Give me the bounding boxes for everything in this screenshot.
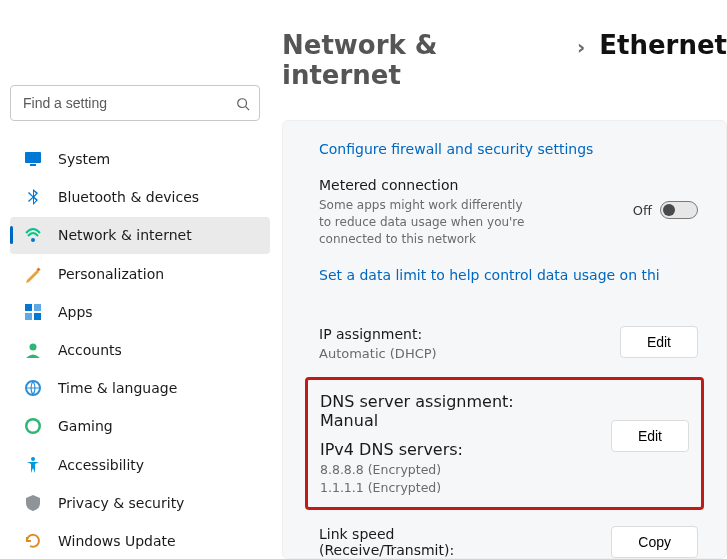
sidebar-item-privacy[interactable]: Privacy & security [10, 485, 270, 521]
sidebar-item-network[interactable]: Network & internet [10, 217, 270, 253]
dns-section: DNS server assignment: Manual IPv4 DNS s… [320, 392, 689, 495]
time-language-icon [24, 379, 42, 397]
svg-point-13 [31, 457, 35, 461]
bluetooth-icon [24, 188, 42, 206]
dns-v4-label: IPv4 DNS servers: [320, 440, 514, 459]
svg-rect-2 [25, 152, 41, 163]
page-title: Ethernet [599, 30, 727, 60]
sidebar-item-label: Personalization [58, 266, 164, 282]
dns-server-1: 8.8.8.8 (Encrypted) [320, 462, 514, 477]
sidebar-item-label: Apps [58, 304, 93, 320]
gaming-icon [24, 417, 42, 435]
svg-rect-6 [25, 304, 32, 311]
metered-desc: Some apps might work differently to redu… [319, 197, 529, 247]
firewall-link[interactable]: Configure firewall and security settings [319, 141, 698, 157]
data-limit-link[interactable]: Set a data limit to help control data us… [319, 267, 698, 283]
accounts-icon [24, 341, 42, 359]
main: Network & internet › Ethernet Configure … [270, 0, 727, 559]
sidebar-item-label: Bluetooth & devices [58, 189, 199, 205]
dns-highlight: DNS server assignment: Manual IPv4 DNS s… [305, 377, 704, 510]
breadcrumb: Network & internet › Ethernet [276, 30, 727, 90]
sidebar-item-system[interactable]: System [10, 141, 270, 177]
metered-toggle[interactable] [660, 201, 698, 219]
dns-value: Manual [320, 411, 514, 430]
link-speed-section: Link speed (Receive/Transmit): Copy [319, 526, 698, 558]
sidebar-item-label: Privacy & security [58, 495, 184, 511]
ip-edit-button[interactable]: Edit [620, 326, 698, 358]
sidebar-item-personalization[interactable]: Personalization [10, 256, 270, 292]
content-panel: Configure firewall and security settings… [282, 120, 727, 559]
svg-point-10 [30, 344, 37, 351]
link-speed-label: Link speed (Receive/Transmit): [319, 526, 489, 558]
svg-point-4 [31, 238, 35, 242]
search-input[interactable] [10, 85, 260, 121]
sidebar-item-label: Gaming [58, 418, 113, 434]
chevron-right-icon: › [577, 35, 585, 59]
sidebar-item-label: Accessibility [58, 457, 144, 473]
dns-label: DNS server assignment: [320, 392, 514, 411]
apps-icon [24, 303, 42, 321]
ip-value: Automatic (DHCP) [319, 346, 437, 361]
sidebar-item-label: Network & internet [58, 227, 192, 243]
breadcrumb-parent[interactable]: Network & internet [282, 30, 563, 90]
sidebar-item-apps[interactable]: Apps [10, 294, 270, 330]
search-wrapper [10, 85, 260, 121]
network-icon [24, 226, 42, 244]
sidebar-item-time-language[interactable]: Time & language [10, 370, 270, 406]
accessibility-icon [24, 456, 42, 474]
dns-edit-button[interactable]: Edit [611, 420, 689, 452]
sidebar-item-bluetooth[interactable]: Bluetooth & devices [10, 179, 270, 215]
metered-section: Metered connection Some apps might work … [319, 177, 698, 247]
toggle-state-label: Off [633, 203, 652, 218]
sidebar-item-label: System [58, 151, 110, 167]
sidebar-item-gaming[interactable]: Gaming [10, 408, 270, 444]
sidebar-item-label: Accounts [58, 342, 122, 358]
sidebar: System Bluetooth & devices Network & int… [0, 0, 270, 559]
metered-toggle-wrap: Off [633, 201, 698, 219]
ip-label: IP assignment: [319, 326, 437, 342]
dns-server-2: 1.1.1.1 (Encrypted) [320, 480, 514, 495]
personalization-icon [24, 265, 42, 283]
svg-rect-9 [34, 313, 41, 320]
sidebar-item-windows-update[interactable]: Windows Update [10, 523, 270, 559]
shield-icon [24, 494, 42, 512]
svg-rect-8 [25, 313, 32, 320]
ip-assignment-section: IP assignment: Automatic (DHCP) Edit [319, 326, 698, 361]
update-icon [24, 532, 42, 550]
sidebar-item-label: Windows Update [58, 533, 176, 549]
metered-title: Metered connection [319, 177, 529, 193]
sidebar-item-label: Time & language [58, 380, 177, 396]
svg-rect-7 [34, 304, 41, 311]
link-copy-button[interactable]: Copy [611, 526, 698, 558]
system-icon [24, 150, 42, 168]
sidebar-item-accessibility[interactable]: Accessibility [10, 447, 270, 483]
svg-rect-3 [30, 164, 36, 166]
sidebar-item-accounts[interactable]: Accounts [10, 332, 270, 368]
